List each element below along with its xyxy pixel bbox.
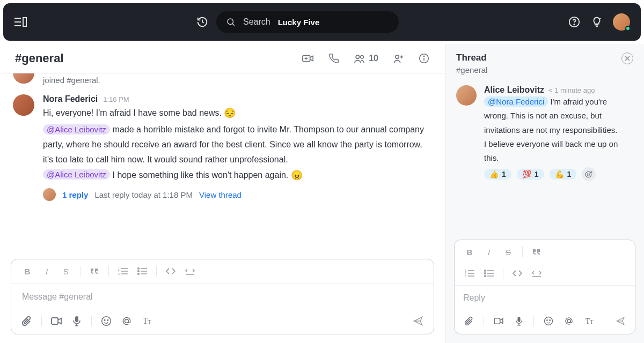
emoji-icon[interactable]	[540, 314, 557, 329]
svg-point-36	[104, 320, 105, 321]
thread-composer: B I S 123 Reply TT	[454, 240, 635, 334]
thread-composer-input[interactable]: Reply	[455, 286, 635, 310]
svg-point-38	[125, 319, 129, 323]
history-icon[interactable]	[196, 16, 209, 28]
quote-button[interactable]	[86, 264, 103, 279]
message-list: joined #general. Nora Federici 1:16 PM H…	[0, 73, 445, 253]
mention[interactable]: @Alice Leibovitz	[43, 169, 110, 180]
svg-point-14	[396, 55, 399, 58]
call-icon[interactable]	[328, 53, 340, 64]
info-icon[interactable]	[418, 53, 430, 64]
message: Nora Federici 1:16 PM Hi, everyone! I'm …	[0, 90, 445, 205]
reaction[interactable]: 💪1	[550, 169, 577, 180]
reaction[interactable]: 💯1	[517, 169, 544, 180]
bullet-list-button[interactable]	[480, 266, 497, 281]
send-button[interactable]	[410, 314, 426, 329]
composer-toolbar: B I S 123	[455, 240, 635, 286]
search-box[interactable]: Search Lucky Five	[216, 11, 399, 33]
video-icon[interactable]	[491, 314, 507, 329]
mic-icon[interactable]	[511, 314, 527, 329]
composer-input[interactable]: Message #general	[11, 284, 434, 310]
reaction[interactable]: 👍1	[484, 169, 511, 180]
svg-text:3: 3	[465, 274, 466, 277]
svg-point-57	[485, 275, 486, 277]
thread-subtitle: #general	[456, 65, 621, 74]
svg-point-29	[138, 268, 140, 270]
channel-header: #general 10	[0, 44, 445, 73]
svg-rect-33	[52, 318, 58, 324]
svg-point-43	[589, 174, 590, 174]
code-button[interactable]	[509, 266, 526, 281]
thread-time: < 1 minute ago	[548, 86, 595, 94]
svg-line-5	[232, 24, 234, 25]
italic-button[interactable]: I	[38, 264, 55, 279]
ordered-list-button[interactable]: 123	[461, 266, 478, 281]
close-thread-icon[interactable]	[621, 53, 633, 64]
sidebar-toggle-icon[interactable]	[14, 16, 27, 28]
mic-icon[interactable]	[69, 314, 85, 329]
strike-button[interactable]: S	[500, 244, 517, 259]
attach-icon[interactable]	[19, 314, 35, 329]
message-time: 1:16 PM	[103, 95, 129, 103]
strike-button[interactable]: S	[57, 264, 75, 279]
code-button[interactable]	[162, 264, 179, 279]
ordered-list-button[interactable]: 123	[114, 264, 131, 279]
add-video-icon[interactable]	[302, 53, 314, 64]
mention-icon[interactable]	[561, 314, 577, 329]
video-icon[interactable]	[48, 314, 64, 329]
svg-point-62	[547, 320, 548, 321]
thread-summary: 1 reply Last reply today at 1:18 PM View…	[43, 184, 432, 201]
help-icon[interactable]	[568, 16, 581, 28]
search-context: Lucky Five	[278, 18, 320, 27]
attach-icon[interactable]	[461, 314, 477, 329]
view-thread-link[interactable]: View thread	[199, 190, 241, 199]
mention[interactable]: @Nora Federici	[484, 96, 548, 107]
search-icon	[226, 17, 236, 27]
reply-count[interactable]: 1 reply	[62, 190, 88, 199]
mention-icon[interactable]	[119, 314, 135, 329]
add-reaction-icon[interactable]	[582, 167, 596, 181]
composer-actions: TT	[11, 310, 434, 334]
composer-toolbar: B I S 123	[11, 259, 434, 284]
topbar: Search Lucky Five	[3, 3, 641, 41]
member-count[interactable]: 10	[354, 53, 378, 64]
user-avatar[interactable]	[613, 13, 630, 31]
avatar[interactable]	[456, 85, 477, 106]
emoji-icon[interactable]	[98, 314, 114, 329]
message-author[interactable]: Nora Federici	[43, 94, 98, 104]
italic-button[interactable]: I	[480, 244, 497, 259]
avatar-partial	[13, 73, 34, 84]
svg-point-8	[599, 18, 601, 19]
svg-point-37	[107, 320, 108, 321]
svg-point-4	[228, 19, 233, 25]
text-size-icon[interactable]: TT	[139, 314, 155, 329]
mention[interactable]: @Alice Leibovitz	[43, 124, 110, 135]
message-text: Hi, everyone! I'm afraid I have some bad…	[43, 105, 432, 184]
thread-message: Alice Leibovitz < 1 minute ago @Nora Fed…	[445, 82, 644, 187]
bullet-list-button[interactable]	[134, 264, 151, 279]
avatar[interactable]	[13, 94, 34, 116]
send-button[interactable]	[612, 314, 628, 329]
svg-point-19	[423, 56, 424, 57]
system-message: joined #general.	[0, 73, 445, 90]
svg-point-64	[567, 319, 570, 323]
svg-point-63	[550, 320, 551, 321]
svg-point-7	[574, 24, 574, 25]
thread-author[interactable]: Alice Leibovitz	[484, 85, 544, 95]
svg-rect-59	[494, 318, 500, 324]
bold-button[interactable]: B	[461, 244, 478, 259]
svg-point-13	[361, 56, 364, 59]
quote-button[interactable]	[528, 244, 545, 259]
reply-avatar[interactable]	[43, 188, 56, 201]
codeblock-button[interactable]	[181, 264, 199, 279]
joined-text: joined #general.	[43, 76, 100, 85]
bold-button[interactable]: B	[19, 264, 36, 279]
presence-dot	[625, 26, 631, 31]
text-size-icon[interactable]: TT	[581, 314, 597, 329]
codeblock-button[interactable]	[528, 266, 545, 281]
idea-icon[interactable]	[590, 16, 603, 28]
thread-text: @Nora Federici I'm afraid you're wrong. …	[484, 95, 633, 165]
add-user-icon[interactable]	[392, 53, 404, 64]
svg-point-41	[586, 172, 591, 178]
svg-point-42	[587, 174, 588, 174]
